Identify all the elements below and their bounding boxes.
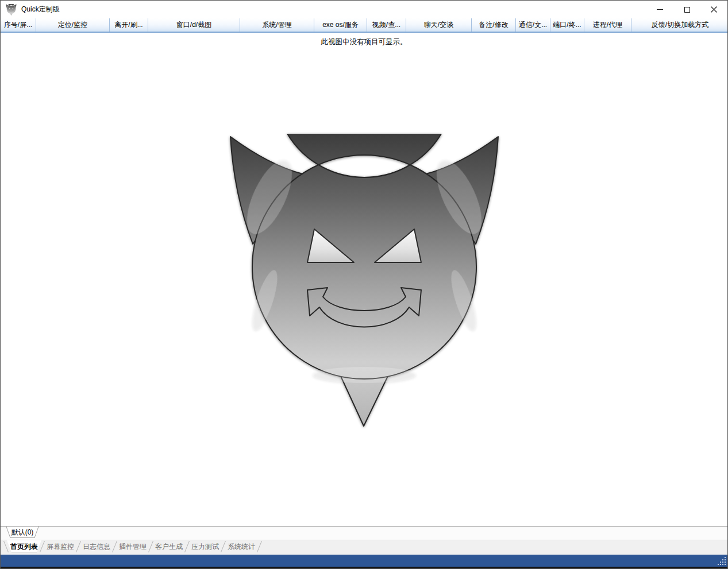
page-tab[interactable]: 首页列表 [6, 540, 43, 555]
page-tab-label: 首页列表 [6, 542, 42, 553]
column-header[interactable]: 反馈/切换加载方式 [631, 18, 727, 32]
page-tab[interactable]: 插件管理 [115, 540, 151, 555]
column-header-label: 系统/管理 [262, 20, 291, 30]
group-tab-default[interactable]: 默认(0) [6, 527, 39, 540]
column-header-label: 序号/屏... [4, 20, 32, 30]
window-bottom-edge [1, 567, 727, 568]
title-bar: Quick定制版 [1, 1, 727, 18]
column-header-label: 离开/刷... [114, 20, 142, 30]
group-tab-label: 默认(0) [11, 528, 34, 539]
group-tab-bar: 默认(0) [1, 526, 727, 540]
maximize-button[interactable] [673, 1, 700, 18]
devil-smiley-icon [6, 4, 17, 16]
page-tab-bar: 首页列表 屏幕监控 日志信息 插件管理 客户生成 压力测试 [1, 540, 727, 555]
column-header[interactable]: 序号/屏... [1, 18, 36, 32]
column-header-label: 端口/终... [553, 20, 581, 30]
maximize-icon [684, 7, 690, 13]
column-header[interactable]: 聊天/交谈 [406, 18, 472, 32]
window-title: Quick定制版 [21, 5, 60, 14]
devil-smiley-logo [229, 134, 499, 427]
status-bar [1, 555, 727, 567]
column-header-label: 窗口/d/截图 [176, 20, 211, 30]
column-header-label: 聊天/交谈 [424, 20, 453, 30]
page-tab-label: 压力测试 [187, 542, 223, 553]
column-header-label: 备注/修改 [479, 20, 508, 30]
column-header-label: 视频/查... [372, 20, 400, 30]
close-button[interactable] [700, 1, 727, 18]
window-controls [646, 1, 727, 18]
page-tab[interactable]: 压力测试 [187, 540, 224, 555]
column-header[interactable]: 端口/终... [550, 18, 584, 32]
minimize-button[interactable] [646, 1, 673, 18]
page-tab[interactable]: 日志信息 [79, 540, 115, 555]
column-header[interactable]: 定位/监控 [36, 18, 110, 32]
column-header[interactable]: 备注/修改 [472, 18, 516, 32]
page-tab-label: 插件管理 [115, 542, 151, 553]
column-header[interactable]: 通信/文... [516, 18, 550, 32]
column-header-label: 反馈/切换加载方式 [652, 20, 708, 30]
page-tab[interactable]: 客户生成 [151, 540, 187, 555]
column-header[interactable]: 离开/刷... [110, 18, 148, 32]
column-header[interactable]: 窗口/d/截图 [148, 18, 240, 32]
page-tab-label: 屏幕监控 [43, 542, 78, 553]
app-window: Quick定制版 序号/屏... 定位/监控 离开/刷... [0, 0, 728, 569]
column-header-bar: 序号/屏... 定位/监控 离开/刷... 窗口/d/截图 系统/管理 exe … [1, 18, 727, 33]
page-tab-label: 客户生成 [151, 542, 187, 553]
close-icon [711, 6, 717, 13]
column-header-label: 通信/文... [519, 20, 547, 30]
column-header-label: 定位/监控 [58, 20, 87, 30]
page-tab-label: 日志信息 [79, 542, 114, 553]
column-header[interactable]: exe os/服务 [314, 18, 367, 32]
page-tab[interactable]: 系统统计 [224, 540, 260, 555]
column-header-label: exe os/服务 [322, 20, 359, 30]
column-header-label: 进程/代理 [593, 20, 622, 30]
column-header[interactable]: 视频/查... [367, 18, 406, 32]
page-tab[interactable]: 屏幕监控 [43, 540, 79, 555]
client-list-view: 此视图中没有项目可显示。 [1, 33, 727, 526]
page-tab-label: 系统统计 [224, 542, 259, 553]
minimize-icon [657, 9, 663, 10]
column-header[interactable]: 进程/代理 [584, 18, 631, 32]
column-header[interactable]: 系统/管理 [240, 18, 314, 32]
resize-grip-icon[interactable] [717, 556, 726, 566]
empty-view-message: 此视图中没有项目可显示。 [1, 33, 727, 47]
